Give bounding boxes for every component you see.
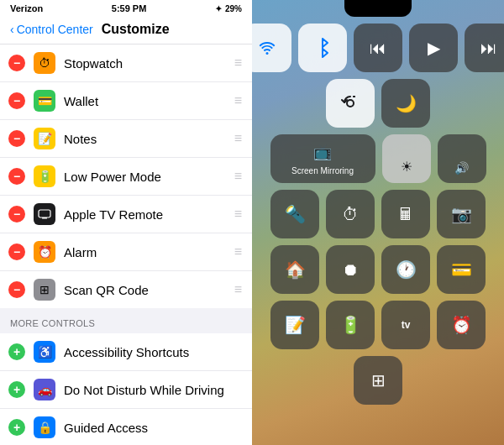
item-label-notes: Notes bbox=[64, 132, 226, 146]
screen-mirroring-tile[interactable]: 📺 Screen Mirroring bbox=[270, 134, 375, 183]
more-controls-header: MORE CONTROLS bbox=[0, 308, 252, 333]
rewind-tile[interactable]: ⏮ bbox=[354, 24, 402, 72]
wallet-icon: 💳 bbox=[451, 259, 472, 280]
item-label-dnd: Do Not Disturb While Driving bbox=[64, 383, 242, 397]
remove-button-lowpower[interactable]: − bbox=[8, 168, 25, 185]
list-item[interactable]: + 🚗 Do Not Disturb While Driving bbox=[0, 371, 252, 409]
add-button-accessibility[interactable]: + bbox=[8, 343, 25, 360]
back-button[interactable]: ‹ Control Center bbox=[10, 23, 93, 36]
svg-point-2 bbox=[347, 100, 354, 107]
alarm-tile[interactable]: ⏰ bbox=[437, 301, 486, 349]
list-item[interactable]: + ♿ Accessibility Shortcuts bbox=[0, 333, 252, 371]
moon-icon: 🌙 bbox=[396, 93, 417, 113]
drag-handle-alarm[interactable]: ≡ bbox=[234, 244, 242, 259]
item-label-alarm: Alarm bbox=[64, 245, 226, 259]
drag-handle-lowpower[interactable]: ≡ bbox=[234, 169, 242, 184]
wallet-icon: 💳 bbox=[34, 90, 55, 112]
brightness-tile[interactable]: ☀ bbox=[382, 134, 431, 183]
wifi-tile[interactable] bbox=[252, 24, 291, 72]
added-controls-list: − ⏱ Stopwatch ≡ − 💳 Wallet ≡ − 📝 Notes ≡… bbox=[0, 44, 252, 308]
night-mode-tile[interactable]: 🌙 bbox=[381, 79, 430, 128]
wallet-tile[interactable]: 💳 bbox=[437, 245, 486, 294]
cc-row-7: ⊞ bbox=[262, 356, 494, 405]
chevron-left-icon: ‹ bbox=[10, 23, 14, 36]
svg-rect-3 bbox=[353, 96, 355, 97]
drag-handle-stopwatch[interactable]: ≡ bbox=[234, 55, 242, 71]
fastforward-tile[interactable]: ⏭ bbox=[465, 24, 504, 72]
play-tile[interactable]: ▶ bbox=[409, 24, 458, 72]
record-tile[interactable]: ⏺ bbox=[326, 245, 375, 294]
cc-row-6: 📝 🔋 tv ⏰ bbox=[262, 301, 494, 349]
list-item[interactable]: − 💳 Wallet ≡ bbox=[0, 82, 252, 120]
list-item[interactable]: − ⏰ Alarm ≡ bbox=[0, 233, 252, 271]
cc-row-3: 📺 Screen Mirroring ☀ 🔊 bbox=[262, 134, 494, 183]
list-item[interactable]: − ⊞ Scan QR Code ≡ bbox=[0, 271, 252, 308]
remove-button-wallet[interactable]: − bbox=[8, 92, 25, 109]
rotation-lock-tile[interactable] bbox=[326, 79, 375, 128]
bluetooth-icon: ✦ bbox=[215, 4, 222, 13]
appletv-tile[interactable]: tv bbox=[381, 301, 430, 349]
remove-button-qr[interactable]: − bbox=[8, 281, 25, 298]
list-item[interactable]: − ⏱ Stopwatch ≡ bbox=[0, 44, 252, 82]
item-label-guided: Guided Access bbox=[64, 421, 242, 435]
add-button-dnd[interactable]: + bbox=[8, 381, 25, 398]
flashlight-tile[interactable]: 🔦 bbox=[270, 190, 319, 238]
drag-handle-notes[interactable]: ≡ bbox=[234, 131, 242, 146]
remove-button-alarm[interactable]: − bbox=[8, 243, 25, 260]
flashlight-icon: 🔦 bbox=[285, 204, 306, 224]
notch bbox=[344, 0, 412, 17]
guided-access-icon: 🔒 bbox=[34, 416, 55, 438]
qr-icon: ⊞ bbox=[34, 279, 55, 301]
battery-cc-icon: 🔋 bbox=[340, 315, 361, 335]
battery-tile[interactable]: 🔋 bbox=[326, 301, 375, 349]
page-title: Customize bbox=[102, 22, 170, 37]
fastforward-icon: ⏭ bbox=[480, 39, 497, 58]
home-icon: 🏠 bbox=[285, 259, 306, 280]
control-center-panel: ⏮ ▶ ⏭ 🌙 bbox=[252, 0, 504, 445]
camera-icon: 📷 bbox=[451, 204, 472, 224]
battery-label: 29% bbox=[225, 4, 242, 13]
cc-row-4: 🔦 ⏱ 🖩 📷 bbox=[262, 190, 494, 238]
accessibility-icon: ♿ bbox=[34, 341, 55, 363]
carrier-label: Verizon bbox=[10, 3, 43, 13]
drag-handle-wallet[interactable]: ≡ bbox=[234, 93, 242, 108]
appletv-cc-icon: tv bbox=[402, 319, 411, 331]
low-power-icon: 🔋 bbox=[34, 165, 55, 187]
cc-row-1: ⏮ ▶ ⏭ bbox=[262, 24, 494, 72]
volume-tile[interactable]: 🔊 bbox=[438, 134, 486, 183]
item-label-stopwatch: Stopwatch bbox=[64, 56, 226, 71]
left-panel: Verizon 5:59 PM ✦ 29% ‹ Control Center C… bbox=[0, 0, 252, 445]
list-item[interactable]: − 📝 Notes ≡ bbox=[0, 120, 252, 158]
list-item[interactable]: − Apple TV Remote ≡ bbox=[0, 196, 252, 233]
notes-tile[interactable]: 📝 bbox=[270, 301, 319, 349]
remove-button-stopwatch[interactable]: − bbox=[8, 55, 25, 71]
item-label-qr: Scan QR Code bbox=[64, 283, 226, 297]
cc-row-5: 🏠 ⏺ 🕐 💳 bbox=[262, 245, 494, 294]
alarm-cc-icon: ⏰ bbox=[451, 315, 472, 335]
drag-handle-appletv[interactable]: ≡ bbox=[234, 207, 242, 222]
notes-cc-icon: 📝 bbox=[285, 315, 306, 335]
item-label-wallet: Wallet bbox=[64, 94, 226, 108]
play-icon: ▶ bbox=[428, 38, 440, 58]
calculator-tile[interactable]: 🖩 bbox=[381, 190, 430, 238]
remove-button-notes[interactable]: − bbox=[8, 130, 25, 147]
clock-icon: 🕐 bbox=[396, 259, 417, 280]
remove-button-appletv[interactable]: − bbox=[8, 206, 25, 222]
bluetooth-tile[interactable] bbox=[298, 24, 347, 72]
add-button-guided[interactable]: + bbox=[8, 419, 25, 436]
camera-tile[interactable]: 📷 bbox=[437, 190, 486, 238]
stopwatch-icon: ⏱ bbox=[34, 52, 55, 74]
back-label: Control Center bbox=[17, 23, 93, 36]
timer-tile[interactable]: ⏱ bbox=[326, 190, 375, 238]
list-item[interactable]: + 🔒 Guided Access bbox=[0, 409, 252, 445]
drag-handle-qr[interactable]: ≡ bbox=[234, 282, 242, 297]
qr-tile[interactable]: ⊞ bbox=[354, 356, 402, 405]
item-label-accessibility: Accessibility Shortcuts bbox=[64, 345, 242, 359]
screen-mirroring-label: Screen Mirroring bbox=[291, 166, 354, 175]
svg-rect-1 bbox=[42, 217, 47, 219]
timer-icon: ⏱ bbox=[342, 205, 359, 224]
more-controls-list: + ♿ Accessibility Shortcuts + 🚗 Do Not D… bbox=[0, 333, 252, 445]
clock-tile[interactable]: 🕐 bbox=[381, 245, 430, 294]
home-tile[interactable]: 🏠 bbox=[270, 245, 319, 294]
list-item[interactable]: − 🔋 Low Power Mode ≡ bbox=[0, 158, 252, 196]
